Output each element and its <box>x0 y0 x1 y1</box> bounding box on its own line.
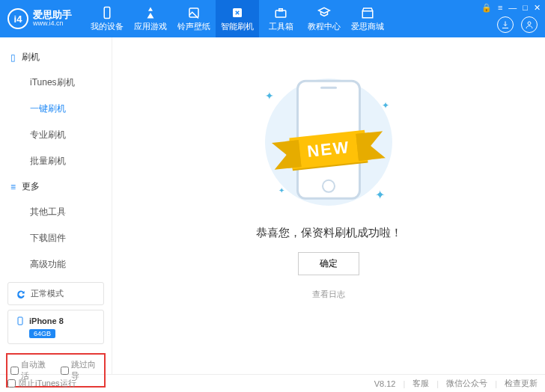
menu-icon[interactable]: ≡ <box>498 3 502 13</box>
refresh-icon <box>16 289 26 299</box>
sidebar-item-itunes-flash[interactable]: iTunes刷机 <box>0 70 112 96</box>
phone-icon: ▯ <box>10 52 16 63</box>
title-bar: i4 爱思助手 www.i4.cn 我的设备 应用游戏 铃声壁纸 智能刷机 工具… <box>0 0 545 37</box>
sidebar-item-other-tools[interactable]: 其他工具 <box>0 199 112 225</box>
user-icon[interactable] <box>521 16 538 33</box>
window-controls: 🔒 ≡ — □ ✕ <box>481 3 541 13</box>
support-link[interactable]: 客服 <box>412 378 429 389</box>
ok-button[interactable]: 确定 <box>298 252 359 275</box>
lock-icon[interactable]: 🔒 <box>481 3 492 13</box>
sidebar: ▯ 刷机 iTunes刷机 一键刷机 专业刷机 批量刷机 ≡ 更多 其他工具 下… <box>0 37 112 374</box>
logo-title: 爱思助手 <box>33 10 72 20</box>
tab-wallpaper[interactable]: 铃声壁纸 <box>172 0 216 37</box>
check-update-link[interactable]: 检查更新 <box>505 378 538 389</box>
tab-my-device[interactable]: 我的设备 <box>85 0 129 37</box>
minimize-icon[interactable]: — <box>508 3 517 13</box>
menu-lines-icon: ≡ <box>10 182 16 192</box>
svg-rect-0 <box>104 7 110 18</box>
tab-tutorial[interactable]: 教程中心 <box>302 0 346 37</box>
logo-badge: i4 <box>7 8 28 29</box>
success-illustration: ✦✦✦✦ NEW <box>243 67 415 217</box>
sidebar-group-more: ≡ 更多 <box>0 174 112 199</box>
tab-flash[interactable]: 智能刷机 <box>216 0 259 37</box>
top-tabs: 我的设备 应用游戏 铃声壁纸 智能刷机 工具箱 教程中心 爱思商城 <box>85 0 389 37</box>
sidebar-item-advanced[interactable]: 高级功能 <box>0 251 112 278</box>
device-icon <box>16 316 25 326</box>
sidebar-item-pro-flash[interactable]: 专业刷机 <box>0 122 112 148</box>
block-itunes-checkbox[interactable]: 阻止iTunes运行 <box>7 378 76 389</box>
logo-url: www.i4.cn <box>33 20 72 28</box>
svg-rect-5 <box>362 10 373 17</box>
sidebar-item-download-firmware[interactable]: 下载固件 <box>0 225 112 251</box>
version-label: V8.12 <box>374 379 396 388</box>
tab-apps[interactable]: 应用游戏 <box>129 0 172 37</box>
mode-selector[interactable]: 正常模式 <box>7 282 104 305</box>
svg-rect-1 <box>189 8 198 17</box>
sidebar-item-oneclick-flash[interactable]: 一键刷机 <box>0 96 112 122</box>
download-icon[interactable] <box>497 16 514 33</box>
success-message: 恭喜您，保资料刷机成功啦！ <box>256 226 402 240</box>
close-icon[interactable]: ✕ <box>534 3 541 13</box>
view-log-link[interactable]: 查看日志 <box>312 289 345 300</box>
tab-store[interactable]: 爱思商城 <box>346 0 389 37</box>
wechat-link[interactable]: 微信公众号 <box>446 378 487 389</box>
sidebar-item-batch-flash[interactable]: 批量刷机 <box>0 148 112 174</box>
svg-rect-7 <box>18 317 22 325</box>
svg-point-6 <box>528 22 531 25</box>
maximize-icon[interactable]: □ <box>523 3 528 13</box>
main-content: ✦✦✦✦ NEW 恭喜您，保资料刷机成功啦！ 确定 查看日志 <box>112 37 545 374</box>
sidebar-group-flash: ▯ 刷机 <box>0 45 112 70</box>
tab-toolbox[interactable]: 工具箱 <box>259 0 302 37</box>
app-logo: i4 爱思助手 www.i4.cn <box>0 8 79 29</box>
storage-badge: 64GB <box>29 329 55 338</box>
device-selector[interactable]: iPhone 8 64GB <box>7 310 104 344</box>
